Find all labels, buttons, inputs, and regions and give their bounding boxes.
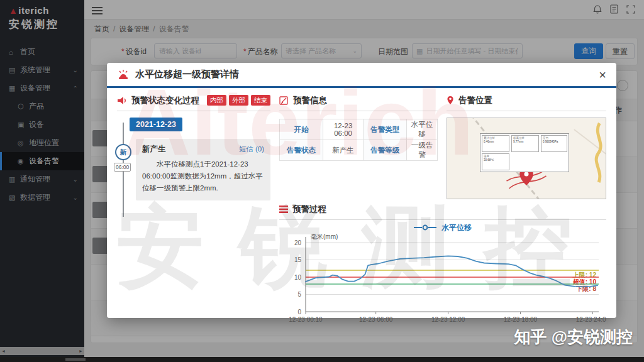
y-tick-label: 5: [297, 291, 301, 298]
status-section: 预警状态变化过程 内部 外部 结束 2021-12-23 新 06:00 新产生: [117, 94, 270, 325]
x-tick-label: 12-23 00:10: [289, 316, 323, 323]
siren-icon: [117, 69, 130, 80]
legend-line-icon: [414, 224, 436, 231]
info-key: 告警状态: [280, 140, 323, 161]
popup-value: 0.46mm: [484, 140, 508, 144]
x-tick-label: 12-23 18:00: [504, 316, 538, 323]
info-value: 一级告警: [407, 140, 438, 161]
alarm-process-chart: 05101520毫米(mm)12-23 00:1012-23 06:0012-2…: [279, 234, 606, 325]
event-title: 新产生: [142, 144, 166, 155]
tag-finish[interactable]: 结束: [251, 95, 270, 106]
zhihu-watermark: 知乎 @安锐测控: [514, 326, 633, 348]
y-tick-label: 20: [294, 239, 302, 246]
alarm-detail-modal: 水平位移超一级预警详情 × 预警状态变化过程 内部 外部 结束 2021-: [107, 63, 616, 318]
map-marker-dot: [524, 172, 528, 176]
sms-link[interactable]: 短信 (0): [239, 145, 264, 154]
chart-legend[interactable]: 水平位移: [279, 221, 606, 234]
series-line: [306, 256, 597, 287]
timeline-date-badge: 2021-12-23: [130, 118, 182, 131]
x-tick-label: 12-23 06:00: [359, 316, 393, 323]
edit-icon: [279, 96, 289, 105]
map-popup: 累计位移0.46mm 标高位移9.77mm 应力0.980345Pa 温度30.…: [480, 133, 569, 172]
info-key: 开始: [280, 119, 323, 140]
process-section-title: 预警过程: [292, 204, 326, 215]
map-road-yellow: [596, 123, 601, 182]
y-axis-label: 毫米(mm): [311, 234, 338, 240]
location-section: 告警位置: [447, 94, 606, 199]
list-icon: [279, 205, 288, 214]
tag-internal[interactable]: 内部: [207, 95, 226, 106]
screen: ▲iterich 安锐测控 ⌂首页 ▤系统管理⌄ ▦设备管理⌃ ⬡产品 ▣设备 …: [0, 0, 644, 362]
info-value: 新产生: [323, 140, 364, 161]
info-key: 告警等级: [364, 140, 407, 161]
timeline-node: 新: [115, 144, 131, 160]
process-section: 预警过程 水平位移 05101520毫米(mm)12-23 00:1012-23…: [279, 203, 606, 325]
scrollbar-thumb[interactable]: [65, 358, 86, 361]
tag-external[interactable]: 外部: [229, 95, 248, 106]
info-value: 12-23 06:00: [323, 119, 364, 140]
x-tick-label: 12-23 24:00: [576, 316, 606, 323]
alarm-timeline: 2021-12-23 新 06:00 新产生 短信 (0) 水平位移测点1于20…: [117, 118, 270, 243]
y-tick-label: 15: [294, 256, 302, 263]
bottom-bar: [0, 357, 644, 362]
location-section-title: 告警位置: [458, 95, 492, 106]
info-section-title: 预警信息: [293, 95, 327, 106]
y-tick-label: 0: [297, 309, 301, 315]
close-icon[interactable]: ×: [599, 69, 606, 81]
info-key: 告警类型: [364, 119, 407, 140]
timeline-event-card: 新产生 短信 (0) 水平位移测点1于2021-12-23 06:00:00监测…: [136, 139, 270, 200]
popup-value: 30.68℃: [484, 158, 508, 162]
y-tick-label: 10: [294, 274, 302, 281]
map-pin-icon: [447, 96, 454, 105]
alarm-info-table: 开始 12-23 06:00 告警类型 水平位移 告警状态 新产生 告警等级 一…: [279, 119, 438, 161]
modal-title: 水平位移超一级预警详情: [135, 69, 239, 80]
alarm-map[interactable]: 累计位移0.46mm 标高位移9.77mm 应力0.980345Pa 温度30.…: [447, 118, 606, 199]
x-tick-label: 12-23 12:00: [431, 316, 465, 323]
event-message: 水平位移测点1于2021-12-23 06:00:00监测数据为12mm，超过水…: [136, 157, 270, 200]
info-section: 预警信息 开始 12-23 06:00 告警类型 水平位移 告警状态: [279, 94, 438, 199]
popup-value: 0.980345Pa: [543, 140, 565, 144]
popup-value: 9.77mm: [513, 140, 537, 144]
info-value: 水平位移: [407, 119, 438, 140]
speaker-icon: [117, 96, 127, 105]
status-section-title: 预警状态变化过程: [131, 95, 199, 106]
timeline-time: 06:00: [114, 163, 131, 172]
legend-label: 水平位移: [441, 222, 472, 233]
